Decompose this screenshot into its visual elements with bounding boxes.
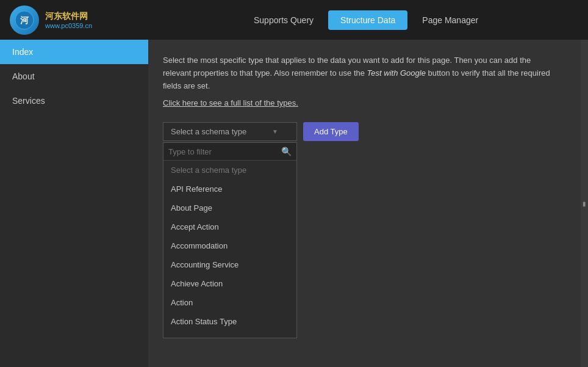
tab-supports-query[interactable]: Supports Query xyxy=(242,10,326,30)
chevron-down-icon: ▼ xyxy=(272,128,278,135)
schema-select[interactable]: Select a schema type ▼ xyxy=(163,122,297,141)
logo-icon: 河 xyxy=(10,5,39,35)
layout: Index About Services Select the most spe… xyxy=(0,40,588,367)
dropdown-item[interactable]: Select a schema type xyxy=(163,161,296,180)
italic-text: Test with Google xyxy=(367,68,426,78)
dropdown-item[interactable]: API Reference xyxy=(163,180,296,198)
sidebar-item-about[interactable]: About xyxy=(0,64,148,89)
filter-input[interactable] xyxy=(168,147,281,156)
sidebar: Index About Services xyxy=(0,40,148,367)
add-type-button[interactable]: Add Type xyxy=(303,122,359,141)
logo-subtitle: www.pc0359.cn xyxy=(45,22,92,29)
dropdown-item[interactable]: Action Status Type xyxy=(163,312,296,331)
tab-page-manager[interactable]: Page Manager xyxy=(410,10,490,30)
logo-text: 河东软件网 www.pc0359.cn xyxy=(45,11,92,29)
dropdown-search-area: 🔍 xyxy=(163,143,296,161)
search-icon: 🔍 xyxy=(281,147,292,156)
select-placeholder-text: Select a schema type xyxy=(171,127,246,136)
svg-text:河: 河 xyxy=(20,15,29,25)
header: 河 河东软件网 www.pc0359.cn Supports Query Str… xyxy=(0,0,588,40)
right-panel-handle[interactable]: ▮ xyxy=(581,40,588,367)
dropdown-item[interactable]: Accept Action xyxy=(163,217,296,236)
main-content: Select the most specific type that appli… xyxy=(148,40,588,367)
schema-dropdown: 🔍 Select a schema typeAPI ReferenceAbout… xyxy=(163,142,297,338)
dropdown-item[interactable]: Accommodation xyxy=(163,236,296,255)
nav-tabs: Supports Query Structure Data Page Manag… xyxy=(242,10,490,30)
sidebar-item-index[interactable]: Index xyxy=(0,40,148,64)
logo-title: 河东软件网 xyxy=(45,11,92,22)
handle-icon: ▮ xyxy=(583,200,586,207)
sidebar-item-services[interactable]: Services xyxy=(0,89,148,113)
dropdown-item[interactable]: Activate Action xyxy=(163,331,296,338)
dropdown-item[interactable]: Achieve Action xyxy=(163,274,296,293)
tab-structure-data[interactable]: Structure Data xyxy=(328,10,407,30)
full-list-link[interactable]: Click here to see a full list of the typ… xyxy=(163,97,553,110)
dropdown-item[interactable]: Action xyxy=(163,293,296,312)
description: Select the most specific type that appli… xyxy=(163,54,553,110)
dropdown-list[interactable]: Select a schema typeAPI ReferenceAbout P… xyxy=(163,161,296,338)
dropdown-item[interactable]: Accounting Service xyxy=(163,255,296,274)
dropdown-item[interactable]: About Page xyxy=(163,198,296,217)
schema-select-wrapper: Select a schema type ▼ 🔍 Select a schema… xyxy=(163,122,297,141)
logo-area: 河 河东软件网 www.pc0359.cn xyxy=(10,5,156,35)
schema-row: Select a schema type ▼ 🔍 Select a schema… xyxy=(163,122,573,141)
